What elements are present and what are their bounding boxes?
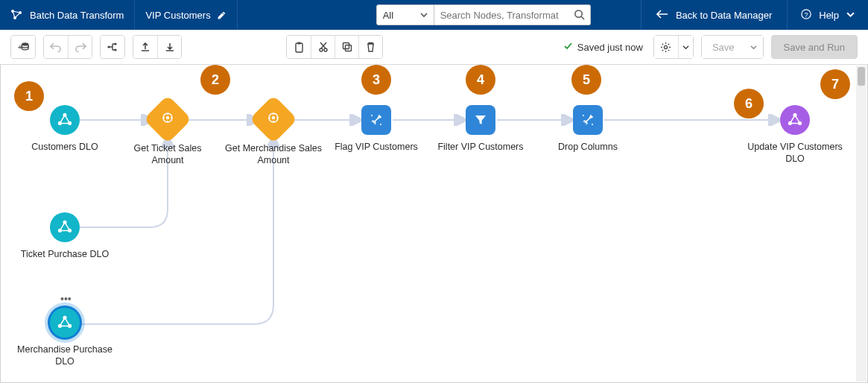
scrollbar-thumb[interactable] — [858, 67, 865, 86]
svg-point-8 — [22, 42, 28, 45]
download-button[interactable] — [157, 36, 181, 58]
edit-icon[interactable] — [217, 10, 226, 20]
back-label: Back to Data Manager — [676, 10, 772, 21]
clipboard-button[interactable] — [287, 36, 311, 58]
node-label: Merchandise Purchase DLO — [16, 344, 113, 368]
layout-button[interactable] — [101, 36, 124, 58]
transform-icon — [361, 105, 391, 135]
svg-rect-12 — [296, 43, 302, 52]
join-icon — [249, 95, 297, 143]
app-header: Batch Data Transform VIP Customers All B… — [0, 0, 868, 30]
back-to-data-manager[interactable]: Back to Data Manager — [641, 0, 787, 30]
upload-button[interactable] — [133, 36, 157, 58]
node-get-ticket-sales[interactable]: Get Ticket Sales Amount — [119, 102, 216, 167]
node-label: Get Merchandise Sales Amount — [225, 142, 322, 167]
node-flag-vip[interactable]: Flag VIP Customers — [328, 105, 425, 153]
saved-status-text: Saved just now — [577, 42, 643, 53]
save-and-run-button[interactable]: Save and Run — [771, 35, 858, 59]
node-filter-vip[interactable]: Filter VIP Customers — [432, 105, 529, 153]
svg-point-18 — [665, 45, 668, 48]
search-input[interactable] — [434, 4, 591, 25]
copy-button[interactable] — [335, 36, 358, 58]
arrow-left-icon — [656, 10, 668, 21]
output-icon — [780, 105, 810, 135]
node-get-merch-sales[interactable]: Get Merchandise Sales Amount — [225, 102, 322, 167]
source-icon — [50, 105, 80, 135]
callout-4: 4 — [466, 65, 495, 95]
node-label: Get Ticket Sales Amount — [119, 142, 216, 167]
delete-button[interactable] — [358, 36, 382, 58]
redo-button[interactable] — [68, 36, 92, 58]
chevron-down-icon — [846, 10, 855, 21]
chevron-down-icon — [420, 10, 428, 21]
filter-icon — [466, 105, 495, 135]
node-merch-purchase-dlo[interactable]: Merchandise Purchase DLO — [16, 308, 113, 368]
node-label: Drop Columns — [558, 141, 618, 153]
source-icon — [50, 212, 80, 242]
svg-point-26 — [380, 124, 381, 125]
node-label: Customers DLO — [31, 141, 98, 153]
callout-3: 3 — [361, 65, 391, 95]
svg-point-15 — [324, 48, 327, 51]
app-title: Batch Data Transform — [30, 10, 124, 21]
search-filter-value: All — [383, 10, 393, 21]
help-menu[interactable]: ? Help — [787, 0, 868, 30]
toolbar: + — [0, 30, 868, 64]
node-menu-handle[interactable]: ••• — [60, 293, 72, 305]
transform-icon — [10, 9, 22, 21]
undo-button[interactable] — [44, 36, 68, 58]
node-update-vip-dlo[interactable]: Update VIP Customers DLO — [747, 105, 843, 165]
tab-title: VIP Customers — [145, 10, 210, 21]
svg-point-3 — [575, 10, 582, 17]
svg-point-25 — [272, 116, 275, 119]
check-icon — [563, 41, 573, 53]
svg-rect-13 — [297, 42, 300, 44]
search-filter-select[interactable]: All — [376, 4, 434, 25]
svg-rect-16 — [343, 43, 349, 49]
transform-icon — [573, 105, 603, 135]
svg-line-4 — [581, 16, 584, 19]
app-brand: Batch Data Transform — [0, 0, 135, 30]
cut-button[interactable] — [311, 36, 335, 58]
help-label: Help — [819, 10, 839, 21]
vertical-scrollbar[interactable] — [856, 66, 867, 382]
callout-7: 7 — [820, 69, 850, 99]
callout-5: 5 — [571, 65, 601, 95]
save-chevron[interactable] — [745, 36, 763, 58]
svg-point-29 — [583, 115, 584, 116]
search-area: All — [376, 0, 624, 30]
search-icon[interactable] — [574, 9, 585, 23]
svg-point-23 — [166, 116, 169, 119]
flow-canvas[interactable]: 1 2 3 4 5 6 7 Customers DLO Get Ticket S… — [0, 64, 868, 383]
svg-point-27 — [371, 115, 373, 116]
help-icon: ? — [801, 9, 811, 22]
node-label: Flag VIP Customers — [335, 141, 418, 153]
settings-chevron[interactable] — [678, 36, 693, 58]
node-customers-dlo[interactable]: Customers DLO — [16, 105, 113, 153]
add-data-button[interactable]: + — [11, 36, 35, 58]
svg-point-28 — [592, 124, 593, 125]
node-label: Ticket Purchase DLO — [21, 248, 109, 260]
callout-2: 2 — [200, 65, 230, 95]
save-button[interactable]: Save — [702, 36, 745, 58]
node-label: Update VIP Customers DLO — [747, 141, 843, 165]
svg-rect-17 — [345, 45, 351, 51]
node-drop-columns[interactable]: Drop Columns — [539, 105, 636, 153]
join-icon — [143, 95, 191, 143]
svg-point-14 — [320, 48, 323, 51]
saved-status: Saved just now — [563, 41, 643, 53]
svg-text:?: ? — [805, 10, 808, 18]
settings-button[interactable] — [654, 36, 678, 58]
tab-current[interactable]: VIP Customers — [135, 0, 237, 30]
node-label: Filter VIP Customers — [437, 141, 523, 153]
source-icon — [50, 308, 80, 338]
node-ticket-purchase-dlo[interactable]: Ticket Purchase DLO — [16, 212, 113, 260]
